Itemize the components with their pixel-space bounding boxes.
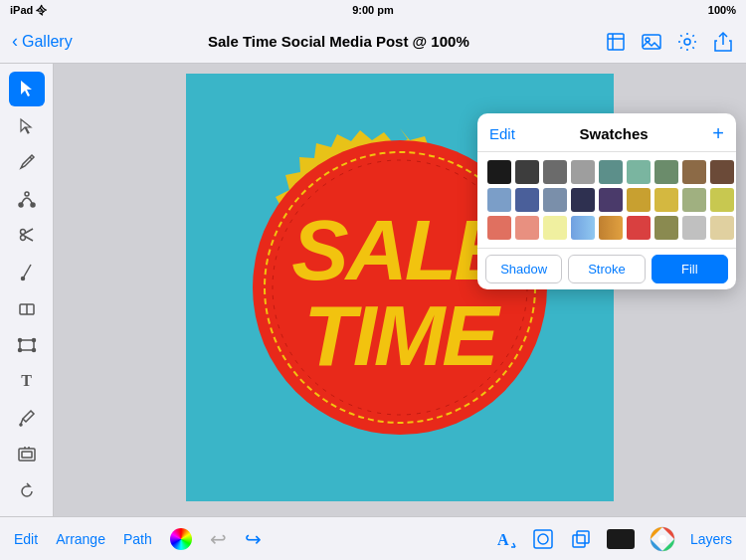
mask-icon[interactable] [531,527,555,551]
swatches-footer: Shadow Stroke Fill [477,248,736,289]
status-time: 9:00 pm [352,4,394,16]
swatch-blue[interactable] [515,188,539,212]
status-bar: iPad 令 9:00 pm 100% [0,0,746,20]
swatch-dark-olive[interactable] [654,216,678,240]
layers-button[interactable]: Layers [690,531,732,547]
frame-icon[interactable] [605,31,627,53]
svg-text:A: A [497,531,509,548]
pen-tool[interactable] [9,145,45,180]
path-button[interactable]: Path [123,531,152,547]
swatch-slate[interactable] [543,188,567,212]
swatches-panel: Edit Swatches + [477,113,736,289]
swatch-seafoam[interactable] [627,160,651,184]
scissors-tool[interactable] [9,218,45,253]
swatch-red[interactable] [627,216,651,240]
header-right [605,31,734,53]
swatch-yellow-gold[interactable] [654,188,678,212]
select-tool[interactable] [9,72,45,106]
fill-tab[interactable]: Fill [652,255,728,283]
swatch-light-gray[interactable] [571,160,595,184]
battery-label: 100% [708,4,736,16]
svg-point-6 [19,203,23,207]
svg-point-5 [684,39,690,45]
back-chevron-icon[interactable]: ‹ [12,31,18,52]
swatch-brown[interactable] [682,160,706,184]
direct-select-tool[interactable] [9,108,45,143]
swatch-amber[interactable] [599,216,623,240]
gallery-button[interactable]: Gallery [22,33,73,51]
undo-button[interactable]: ↩ [210,527,227,551]
arrange-icon[interactable] [569,527,593,551]
swatch-olive[interactable] [682,188,706,212]
swatches-header: Edit Swatches + [477,113,736,152]
swatches-title: Swatches [579,125,648,142]
shadow-tab[interactable]: Shadow [485,255,562,283]
ipad-label: iPad 令 [10,3,47,18]
rectangle-tool[interactable] [9,327,45,362]
svg-point-8 [25,192,29,196]
swatch-purple[interactable] [599,188,623,212]
svg-rect-37 [534,530,552,548]
color-wheel-button[interactable] [170,528,192,550]
swatch-light-blue[interactable] [487,188,511,212]
svg-point-23 [20,424,22,426]
swatch-light-salmon[interactable] [515,216,539,240]
svg-line-11 [25,229,33,234]
brush-tool[interactable] [9,255,45,289]
swatch-gray[interactable] [543,160,567,184]
swatch-navy[interactable] [571,188,595,212]
svg-point-14 [21,278,24,280]
svg-rect-40 [577,531,589,543]
svg-rect-39 [573,535,585,547]
svg-rect-25 [22,452,32,458]
swatches-edit-button[interactable]: Edit [489,125,515,142]
svg-text:TIME: TIME [303,287,501,383]
swatch-yellow-green[interactable] [710,188,734,212]
swatch-sage[interactable] [654,160,678,184]
left-toolbar: T [0,64,54,516]
header-left: ‹ Gallery [12,31,73,52]
text-tool[interactable]: T [9,364,45,399]
eyedropper-tool[interactable] [9,401,45,436]
svg-line-22 [21,419,23,424]
document-title: Sale Time Social Media Post @ 100% [208,33,469,50]
swatches-grid [477,152,736,248]
svg-point-7 [31,203,35,207]
arrange-button[interactable]: Arrange [56,531,105,547]
swatches-add-button[interactable]: + [712,123,724,143]
svg-point-20 [18,348,21,351]
image-tool[interactable] [9,438,45,472]
swatch-pale-yellow[interactable] [543,216,567,240]
node-tool[interactable] [9,181,45,216]
palette-icon[interactable] [649,525,676,553]
header: ‹ Gallery Sale Time Social Media Post @ … [0,20,746,64]
swatch-beige[interactable] [710,216,734,240]
eraser-tool[interactable] [9,291,45,326]
canvas-area[interactable]: SALE TIME Edit Swatches + [54,64,746,516]
swatch-salmon[interactable] [487,216,511,240]
svg-point-18 [18,338,21,341]
fill-color-button[interactable] [607,529,635,549]
swatch-dark-gray[interactable] [515,160,539,184]
svg-point-10 [20,236,25,241]
stroke-tab[interactable]: Stroke [568,255,645,283]
text-icon[interactable]: A [493,527,517,551]
edit-button[interactable]: Edit [14,531,38,547]
swatch-teal[interactable] [599,160,623,184]
svg-point-42 [658,535,666,543]
swatch-sky[interactable] [571,216,595,240]
rotate-tool[interactable] [9,473,45,508]
swatch-gold[interactable] [627,188,651,212]
swatch-dark-brown[interactable] [710,160,734,184]
image-icon[interactable] [641,31,662,53]
swatch-silver[interactable] [682,216,706,240]
gear-icon[interactable] [676,31,698,53]
svg-point-38 [538,534,548,544]
swatch-black[interactable] [487,160,511,184]
svg-rect-17 [20,340,34,350]
svg-point-9 [20,230,25,235]
svg-point-21 [32,348,35,351]
share-icon[interactable] [712,31,734,53]
bottom-right: A Layers [493,525,732,553]
redo-button[interactable]: ↪ [245,527,262,551]
